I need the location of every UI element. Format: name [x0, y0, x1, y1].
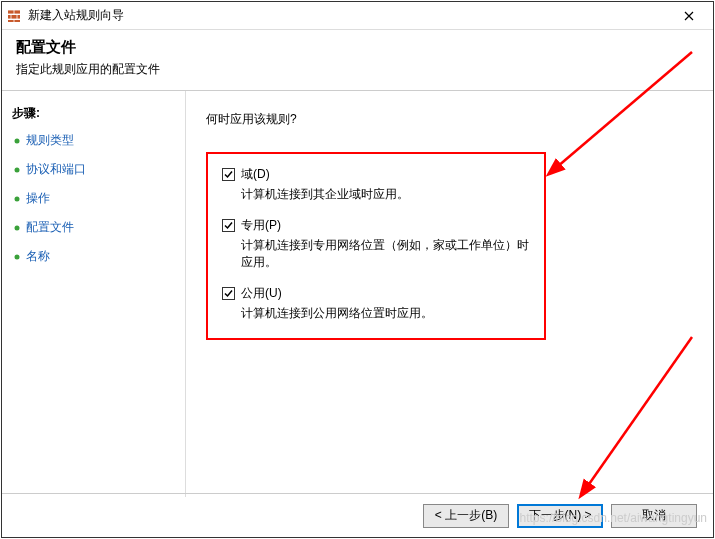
- svg-point-1: [15, 167, 20, 172]
- bullet-icon: [12, 165, 22, 175]
- option-row: 专用(P): [222, 217, 530, 234]
- wizard-body: 步骤: 规则类型 协议和端口 操作 配置文件: [2, 90, 713, 497]
- profile-options-highlight: 域(D) 计算机连接到其企业域时应用。 专用(P) 计算机连接到专用网络位置（例…: [206, 152, 546, 340]
- bullet-icon: [12, 136, 22, 146]
- check-icon: [223, 288, 234, 299]
- option-desc: 计算机连接到专用网络位置（例如，家或工作单位）时应用。: [241, 237, 530, 271]
- checkbox-public[interactable]: [222, 287, 235, 300]
- option-row: 域(D): [222, 166, 530, 183]
- next-button[interactable]: 下一步(N) >: [517, 504, 603, 528]
- prompt-text: 何时应用该规则?: [206, 111, 693, 128]
- svg-point-0: [15, 138, 20, 143]
- step-label: 名称: [26, 248, 50, 265]
- checkbox-private[interactable]: [222, 219, 235, 232]
- option-label: 域(D): [241, 166, 270, 183]
- checkbox-domain[interactable]: [222, 168, 235, 181]
- svg-point-4: [15, 254, 20, 259]
- step-label: 配置文件: [26, 219, 74, 236]
- page-title: 配置文件: [16, 38, 699, 57]
- step-name[interactable]: 名称: [12, 248, 175, 265]
- window-title: 新建入站规则向导: [28, 7, 669, 24]
- option-label: 专用(P): [241, 217, 281, 234]
- option-private: 专用(P) 计算机连接到专用网络位置（例如，家或工作单位）时应用。: [222, 217, 530, 271]
- back-button[interactable]: < 上一步(B): [423, 504, 509, 528]
- sidebar: 步骤: 规则类型 协议和端口 操作 配置文件: [2, 91, 185, 497]
- check-icon: [223, 169, 234, 180]
- steps-list: 规则类型 协议和端口 操作 配置文件 名称: [12, 132, 175, 265]
- wizard-header: 配置文件 指定此规则应用的配置文件: [2, 30, 713, 90]
- option-desc: 计算机连接到其企业域时应用。: [241, 186, 530, 203]
- close-button[interactable]: [669, 3, 709, 29]
- steps-heading: 步骤:: [12, 105, 175, 122]
- option-row: 公用(U): [222, 285, 530, 302]
- svg-point-3: [15, 225, 20, 230]
- step-protocol-ports[interactable]: 协议和端口: [12, 161, 175, 178]
- main-panel: 何时应用该规则? 域(D) 计算机连接到其企业域时应用。: [185, 91, 713, 497]
- step-label: 操作: [26, 190, 50, 207]
- option-domain: 域(D) 计算机连接到其企业域时应用。: [222, 166, 530, 203]
- step-label: 规则类型: [26, 132, 74, 149]
- firewall-icon: [6, 8, 22, 24]
- wizard-footer: < 上一步(B) 下一步(N) > 取消: [2, 493, 713, 537]
- close-icon: [684, 11, 694, 21]
- step-action[interactable]: 操作: [12, 190, 175, 207]
- step-profile[interactable]: 配置文件: [12, 219, 175, 236]
- titlebar: 新建入站规则向导: [2, 2, 713, 30]
- cancel-button[interactable]: 取消: [611, 504, 697, 528]
- page-subtitle: 指定此规则应用的配置文件: [16, 61, 699, 78]
- bullet-icon: [12, 252, 22, 262]
- bullet-icon: [12, 194, 22, 204]
- step-rule-type[interactable]: 规则类型: [12, 132, 175, 149]
- wizard-window: 新建入站规则向导 配置文件 指定此规则应用的配置文件 步骤: 规则类型 协议和端…: [1, 1, 714, 538]
- check-icon: [223, 220, 234, 231]
- svg-point-2: [15, 196, 20, 201]
- step-label: 协议和端口: [26, 161, 86, 178]
- option-desc: 计算机连接到公用网络位置时应用。: [241, 305, 530, 322]
- bullet-icon: [12, 223, 22, 233]
- option-label: 公用(U): [241, 285, 282, 302]
- option-public: 公用(U) 计算机连接到公用网络位置时应用。: [222, 285, 530, 322]
